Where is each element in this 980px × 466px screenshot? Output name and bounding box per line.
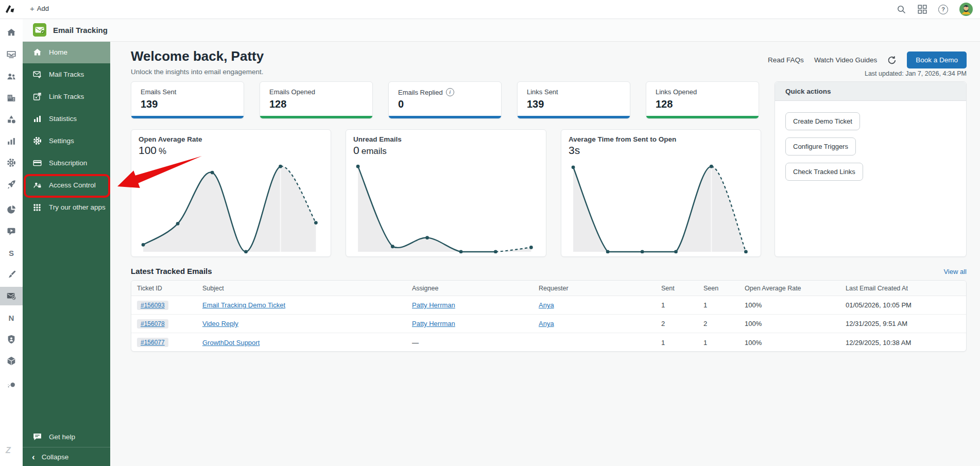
watch-video-guides-link[interactable]: Watch Video Guides <box>814 56 877 64</box>
stat-accent-bar <box>389 116 501 118</box>
subject-link[interactable]: Video Reply <box>202 320 238 327</box>
sidebar-get-help[interactable]: Get help <box>23 429 110 444</box>
column-header-open-average-rate: Open Average Rate <box>745 285 846 292</box>
chart-title: Average Time from Sent to Open <box>569 135 676 143</box>
header-actions: Read FAQs Watch Video Guides Book a Demo <box>768 51 967 68</box>
rail-icon-customers[interactable] <box>0 71 23 82</box>
sidebar-item-label: Subscription <box>49 159 87 167</box>
configure-triggers-button[interactable]: Configure Triggers <box>785 137 856 156</box>
read-faqs-link[interactable]: Read FAQs <box>768 56 804 64</box>
rail-icon-shield-app[interactable] <box>0 334 23 345</box>
sidebar-item-try-other-apps[interactable]: Try our other apps <box>23 196 110 218</box>
rail-icon-analytics-pie[interactable] <box>0 204 23 215</box>
rail-icon-admin-gear[interactable] <box>0 157 23 168</box>
book-a-demo-button[interactable]: Book a Demo <box>907 51 967 68</box>
sidebar-item-label: Link Tracks <box>49 93 84 100</box>
chart-title: Open Average Rate <box>139 135 202 143</box>
rail-icon-n-app[interactable]: N <box>0 312 23 323</box>
refresh-icon[interactable] <box>887 56 897 65</box>
page-title: Welcome back, Patty <box>131 48 264 64</box>
column-header-ticket-id: Ticket ID <box>137 285 202 292</box>
column-header-requester: Requester <box>539 285 661 292</box>
page-subtitle: Unlock the insights into email engagemen… <box>131 68 263 76</box>
chevron-left-icon: ‹ <box>32 453 35 461</box>
chat-bubble-icon <box>32 432 42 442</box>
create-demo-ticket-button[interactable]: Create Demo Ticket <box>785 112 860 130</box>
last-email-created-at: 12/29/2025, 10:38 AM <box>846 339 966 347</box>
table-row: #156093 Email Tracking Demo Ticket Patty… <box>131 296 966 315</box>
stat-card-links-sent: Links Sent 139 <box>517 81 630 119</box>
user-avatar[interactable] <box>959 3 973 16</box>
stat-label: Emails Sent <box>141 88 176 96</box>
gear-icon <box>32 136 42 146</box>
sidebar-item-subscription[interactable]: Subscription <box>23 152 110 174</box>
sidebar-item-label: Statistics <box>49 115 77 123</box>
search-icon[interactable] <box>897 5 906 14</box>
sent-count: 1 <box>661 339 703 347</box>
chart-card-average-time: Average Time from Sent to Open 3s <box>561 129 761 257</box>
quick-actions-title: Quick actions <box>775 82 966 101</box>
credit-card-icon <box>32 158 42 168</box>
ticket-id-link[interactable]: #156093 <box>137 301 168 310</box>
open-average-rate-value: 100% <box>745 301 846 309</box>
email-tracking-app-icon <box>33 23 46 37</box>
sidebar-item-mail-tracks[interactable]: Mail Tracks <box>23 63 110 85</box>
app-sidebar: Home Mail Tracks Link Tracks Statistics … <box>23 41 110 466</box>
product-tray-icon[interactable] <box>918 5 927 14</box>
stat-card-links-opened: Links Opened 128 <box>646 81 759 119</box>
zendesk-watermark-icon: Z <box>6 446 11 455</box>
assignee-link[interactable]: Patty Herrman <box>412 301 455 309</box>
check-tracked-links-button[interactable]: Check Tracked Links <box>785 163 863 181</box>
rail-icon-sparkle-app[interactable] <box>0 378 23 389</box>
subject-link[interactable]: Email Tracking Demo Ticket <box>202 301 285 309</box>
rail-icon-home[interactable] <box>0 27 23 38</box>
chart-value-suffix: emails <box>362 146 387 156</box>
stat-accent-bar <box>131 116 244 118</box>
chart-title: Unread Emails <box>353 135 402 143</box>
requester-link[interactable]: Anya <box>539 301 554 309</box>
assignee-empty: — <box>412 339 539 347</box>
rail-icon-rocket[interactable] <box>0 179 23 190</box>
sidebar-item-statistics[interactable]: Statistics <box>23 108 110 130</box>
stat-card-emails-sent: Emails Sent 139 <box>131 81 244 119</box>
app-title: Email Tracking <box>53 26 108 34</box>
stat-accent-bar <box>518 116 630 118</box>
assignee-link[interactable]: Patty Herrman <box>412 320 455 327</box>
table-row: #156078 Video Reply Patty Herrman Anya 2… <box>131 315 966 333</box>
sidebar-item-label: Try our other apps <box>49 203 106 211</box>
open-average-rate-value: 100% <box>745 320 846 327</box>
sidebar-item-link-tracks[interactable]: Link Tracks <box>23 85 110 108</box>
column-header-assignee: Assignee <box>412 285 539 292</box>
rail-icon-reporting[interactable] <box>0 135 23 147</box>
topbar-icons: ? <box>897 0 973 19</box>
stat-card-emails-opened: Emails Opened 128 <box>260 81 373 119</box>
rail-icon-views[interactable] <box>0 49 23 60</box>
rail-icon-email-tracking-selected[interactable] <box>0 290 23 302</box>
add-button[interactable]: + Add <box>30 4 49 13</box>
sidebar-item-settings[interactable]: Settings <box>23 130 110 152</box>
rail-icon-custom-objects[interactable] <box>0 114 23 125</box>
sidebar-item-home[interactable]: Home <box>23 41 110 63</box>
rail-icon-cube-app[interactable] <box>0 355 23 367</box>
info-icon[interactable]: i <box>446 88 454 96</box>
ticket-id-link[interactable]: #156077 <box>137 338 168 347</box>
open-average-rate-value: 100% <box>745 339 846 347</box>
chart-card-unread-emails: Unread Emails 0emails <box>346 129 546 257</box>
sidebar-collapse[interactable]: ‹ Collapse <box>23 447 110 466</box>
bar-chart-icon <box>32 114 42 124</box>
view-all-link[interactable]: View all <box>943 268 967 275</box>
sidebar-item-label: Home <box>49 48 67 56</box>
ticket-id-link[interactable]: #156078 <box>137 319 168 329</box>
rail-icon-organizations[interactable] <box>0 92 23 103</box>
add-button-label: Add <box>37 5 49 12</box>
average-time-sparkline <box>565 160 758 253</box>
get-help-label: Get help <box>49 433 75 441</box>
rail-icon-s-app[interactable]: S <box>0 247 23 258</box>
rail-icon-brush-app[interactable] <box>0 269 23 280</box>
subject-link[interactable]: GrowthDot Support <box>202 339 260 347</box>
column-header-last-email-created-at: Last Email Created At <box>846 285 966 292</box>
help-icon[interactable]: ? <box>938 5 948 14</box>
requester-link[interactable]: Anya <box>539 320 554 327</box>
rail-icon-video-messages[interactable] <box>0 226 23 237</box>
collapse-label: Collapse <box>42 453 69 461</box>
